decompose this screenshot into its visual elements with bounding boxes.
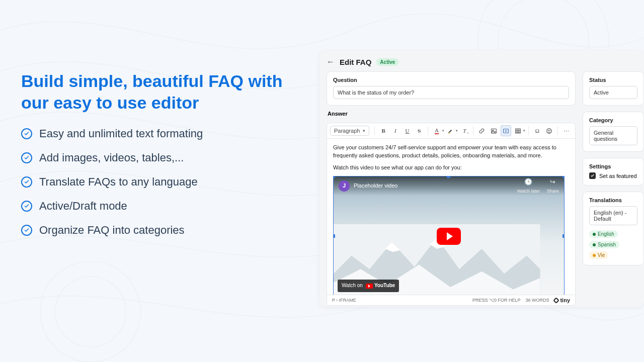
underline-button[interactable]: U — [402, 125, 413, 136]
bold-button[interactable]: B — [378, 125, 389, 136]
feature-item: Translate FAQs to any language — [21, 175, 303, 189]
more-button[interactable]: ··· — [561, 125, 572, 136]
settings-label: Settings — [589, 163, 637, 169]
chevron-down-icon[interactable]: ▾ — [442, 129, 444, 133]
help-hint: PRESS ⌥0 FOR HELP — [472, 298, 521, 303]
language-tag[interactable]: Spanish — [589, 241, 619, 248]
featured-label: Set as featured — [599, 173, 637, 179]
youtube-logo-icon: YouTube — [366, 282, 395, 290]
check-icon — [21, 152, 32, 163]
italic-button[interactable]: I — [390, 125, 401, 136]
translations-card: Translations English (en) - Default Engl… — [583, 192, 644, 265]
status-dot-icon — [593, 254, 596, 257]
language-select[interactable]: English (en) - Default — [589, 206, 637, 225]
language-tags: English Spanish Vie — [589, 227, 637, 259]
svg-rect-8 — [515, 129, 520, 133]
block-style-select[interactable]: Paragraph ▾ — [330, 126, 369, 136]
channel-avatar[interactable]: J — [339, 180, 350, 192]
chevron-down-icon[interactable]: ▾ — [456, 129, 458, 133]
svg-rect-4 — [448, 133, 450, 133]
feature-item: Easy and unlimited text formating — [21, 127, 303, 140]
check-icon — [21, 201, 32, 212]
resize-handle[interactable] — [562, 234, 565, 238]
app-window: ← Edit FAQ Active Question Answer Paragr… — [319, 50, 644, 307]
svg-point-1 — [40, 261, 141, 362]
question-card: Question — [327, 71, 576, 106]
toolbar-separator — [374, 126, 375, 135]
category-select[interactable]: General questions — [589, 126, 637, 145]
table-button[interactable] — [512, 125, 523, 136]
status-label: Status — [589, 77, 637, 83]
category-value: General questions — [594, 130, 633, 142]
status-badge: Active — [376, 58, 398, 66]
toolbar-separator — [557, 126, 558, 135]
status-card: Status Active — [583, 71, 644, 106]
status-select[interactable]: Active — [589, 86, 637, 99]
check-icon — [21, 176, 32, 188]
side-column: Status Active Category General questions… — [583, 71, 644, 306]
back-arrow-icon[interactable]: ← — [327, 57, 335, 66]
page-title: Edit FAQ — [340, 58, 371, 66]
highlight-button[interactable] — [445, 125, 456, 136]
status-dot-icon — [593, 243, 596, 246]
watch-later-button[interactable]: 🕒Watch later — [517, 177, 540, 195]
feature-text: Organize FAQ into categories — [39, 224, 185, 237]
feature-text: Easy and unlimited text formating — [39, 127, 203, 140]
link-button[interactable] — [476, 125, 488, 136]
answer-paragraph: Give your customers 24/7 self-service su… — [333, 144, 569, 160]
play-button[interactable] — [437, 228, 461, 245]
feature-item: Add images, videos, tables,... — [21, 151, 303, 164]
tiny-brand[interactable]: tiny — [554, 297, 570, 303]
svg-point-11 — [550, 130, 550, 130]
editor-body[interactable]: Give your customers 24/7 self-service su… — [327, 139, 575, 295]
feature-text: Active/Draft mode — [39, 200, 127, 213]
check-icon — [21, 128, 32, 139]
chevron-down-icon: ▾ — [363, 128, 365, 133]
language-tag[interactable]: English — [589, 230, 618, 238]
check-icon — [21, 225, 32, 236]
media-button[interactable] — [501, 125, 512, 136]
path-iframe[interactable]: IFRAME — [339, 298, 356, 303]
chevron-down-icon[interactable]: ▾ — [523, 129, 525, 133]
category-card: Category General questions — [583, 112, 644, 152]
checkbox-checked-icon — [589, 172, 596, 179]
share-icon: ↪ — [550, 177, 555, 187]
emoji-button[interactable] — [544, 125, 555, 136]
feature-list: Easy and unlimited text formating Add im… — [21, 127, 303, 237]
resize-handle[interactable] — [562, 176, 565, 178]
text-color-button[interactable]: A — [431, 125, 442, 136]
feature-item: Active/Draft mode — [21, 200, 303, 213]
question-label: Question — [333, 77, 569, 83]
watch-on-youtube[interactable]: Watch on YouTube — [338, 280, 399, 292]
strikethrough-button[interactable]: S — [414, 125, 425, 136]
toolbar-separator — [473, 126, 473, 135]
featured-checkbox-row[interactable]: Set as featured — [589, 172, 637, 179]
element-path: P › IFRAME — [332, 298, 356, 303]
svg-point-9 — [547, 128, 552, 133]
svg-point-10 — [548, 130, 548, 130]
resize-handle[interactable] — [447, 176, 450, 178]
resize-handle[interactable] — [333, 176, 335, 178]
status-value: Active — [594, 89, 609, 96]
clear-format-button[interactable]: T× — [459, 125, 470, 136]
word-count: 36 WORDS — [525, 298, 549, 303]
question-input[interactable] — [333, 86, 569, 99]
path-p[interactable]: P — [332, 298, 335, 303]
category-label: Category — [589, 117, 637, 123]
language-tag[interactable]: Vie — [589, 251, 608, 259]
feature-item: Organize FAQ into categories — [21, 224, 303, 237]
svg-rect-5 — [492, 129, 497, 133]
editor-footer: P › IFRAME PRESS ⌥0 FOR HELP 36 WORDS ti… — [327, 295, 575, 305]
headline: Build simple, beautiful FAQ with our eas… — [21, 70, 303, 113]
image-button[interactable] — [489, 125, 500, 136]
svg-point-0 — [55, 277, 126, 347]
toolbar-separator — [528, 126, 529, 135]
share-button[interactable]: ↪Share — [547, 177, 559, 195]
video-embed[interactable]: J Placeholder video 🕒Watch later ↪Share … — [333, 176, 565, 295]
status-dot-icon — [593, 233, 596, 236]
editor-card: Paragraph ▾ B I U S A▾ ▾ T× ▾ — [327, 123, 576, 306]
settings-card: Settings Set as featured — [583, 158, 644, 186]
tiny-logo-icon — [553, 297, 560, 304]
special-char-button[interactable]: Ω — [532, 125, 543, 136]
resize-handle[interactable] — [333, 234, 335, 238]
